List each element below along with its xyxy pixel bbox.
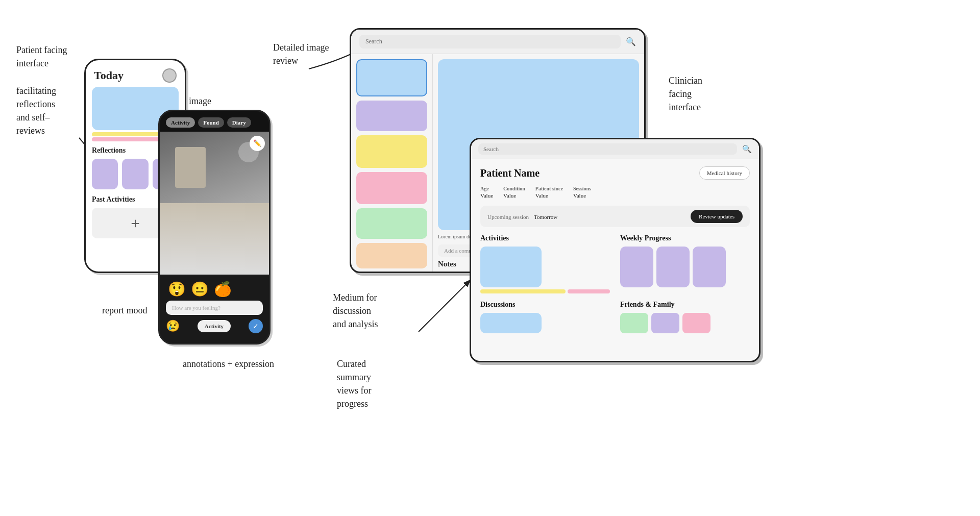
annotation-annotations-expression: annotations + expression [183,357,274,371]
tablet2-meta-condition: Condition Value [503,186,525,199]
tablet2-main-sections: Activities Weekly Progress [480,234,750,293]
phone1-title: Today [94,69,124,82]
tablet1-thumb-4[interactable] [356,172,427,205]
tablet2-bottom-sections: Discussions Friends & Family [480,301,750,333]
tablet2-discussion-card [480,313,542,333]
tablet2-sessions-value: Value [573,192,591,199]
tablet1-thumb-1[interactable] [356,59,427,96]
phone1-avatar [162,68,177,83]
tablet2-condition-value: Value [503,192,525,199]
tablet2-search-icon: 🔍 [742,144,752,154]
tablet2-sessions-label: Sessions [573,186,591,191]
phone2-emoji-row: 😲 😐 🍊 [160,275,269,301]
tablet2-discussions-section: Discussions [480,301,610,333]
phone2-edit-button[interactable]: ✏️ [250,136,265,151]
tablet2-age-value: Value [480,192,493,199]
tablet2-patient-row: Patient Name Medical history [480,166,750,180]
tablet2-review-updates-button[interactable]: Review updates [691,210,743,223]
tablet2-search-placeholder: Search [483,146,499,152]
tablet1-thumb-3[interactable] [356,135,427,168]
tablet2-bar-pink [568,289,610,293]
tablet2-weekly-progress-section: Weekly Progress [620,234,750,293]
tablet2-medical-history-button[interactable]: Medical history [699,166,750,180]
tablet2-bar-yellow [480,289,566,293]
tablet2-patient-name: Patient Name [480,167,540,179]
phone1-reflect-card-2 [122,159,148,189]
tablet2-activities-section: Activities [480,234,610,293]
tablet2-meta-patient-since: Patient since Value [535,186,563,199]
tablet1-search-bar: Search 🔍 [351,30,644,54]
annotation-facilitating: facilitatingreflectionsand self–reviews [16,84,56,137]
phone2-camera-screen: Activity Found Diary ✏️ 😲 😐 🍊 How are yo… [158,110,271,345]
tablet2-age-label: Age [480,186,493,191]
tablet2-patient-since-label: Patient since [535,186,563,191]
phone2-bottom-bar: 😢 Activity ✓ [160,315,269,335]
phone2-emoji-neutral: 😐 [191,281,209,298]
tablet1-thumb-5[interactable] [356,208,427,238]
tablet2-weekly-cards [620,247,750,287]
tablet2-activity-bars [480,289,610,293]
tablet1-thumb-2[interactable] [356,101,427,131]
tablet2-weekly-card-1 [620,247,653,287]
tablet2-session-info: Upcoming session Tomorrow [487,212,557,221]
tablet2-family-card-2 [651,313,679,333]
phone2-activity-tag[interactable]: Activity [198,320,231,332]
phone1-reflect-card-1 [92,159,118,189]
tablet2-search-bar: Search 🔍 [471,139,759,159]
tablet2-search-input[interactable]: Search [478,143,737,155]
tablet2-patient-since-value: Value [535,192,563,199]
phone2-feeling-input[interactable]: How are you feeling? [166,301,263,315]
tablet2-meta-age: Age Value [480,186,493,199]
tablet2-weekly-card-3 [693,247,726,287]
annotation-clinician-facing: Clinicianfacinginterface [669,74,702,114]
phone2-emoji-fruit: 🍊 [214,281,232,298]
phone2-tab-activity[interactable]: Activity [166,117,195,128]
tablet2-condition-label: Condition [503,186,525,191]
tablet1-sidebar [351,54,433,273]
tablet1-search-icon: 🔍 [626,37,636,46]
tablet2-body: Patient Name Medical history Age Value C… [471,159,759,340]
tablet2-activities-title: Activities [480,234,610,242]
annotation-medium-discussion: Medium fordiscussionand analysis [333,291,378,331]
phone2-tab-found[interactable]: Found [198,117,224,128]
tablet1-search-input[interactable]: Search [359,35,621,48]
tablet2-friends-family-title: Friends & Family [620,301,750,309]
phone2-check-button[interactable]: ✓ [249,319,263,333]
tablet2-meta-row: Age Value Condition Value Patient since … [480,186,750,199]
phone2-bottom-emoji: 😢 [166,320,180,333]
tablet2-discussions-title: Discussions [480,301,610,309]
tablet2-weekly-progress-title: Weekly Progress [620,234,750,242]
tablet1-thumb-6[interactable] [356,243,427,268]
phone2-tab-diary[interactable]: Diary [227,117,251,128]
tablet1-search-placeholder: Search [365,38,382,45]
tablet2-family-cards [620,313,750,333]
tablet2-family-card-3 [682,313,710,333]
phone2-tabs-bar: Activity Found Diary [160,111,269,132]
tablet2-upcoming-label: Upcoming session [487,214,529,220]
phone2-emoji-surprised: 😲 [168,281,186,298]
phone2-feeling-placeholder: How are you feeling? [172,305,220,311]
phone1-header: Today [86,60,185,87]
tablet2-meta-sessions: Sessions Value [573,186,591,199]
tablet2-family-card-1 [620,313,648,333]
tablet2-clinician-screen: Search 🔍 Patient Name Medical history Ag… [470,138,761,362]
annotation-curated-summary: Curatedsummaryviews forprogress [337,357,371,410]
annotation-patient-facing: Patient facinginterface [16,43,67,70]
annotation-detailed-image-review: Detailed imagereview [273,41,329,67]
phone2-kitchen-image: ✏️ [160,132,269,275]
tablet2-tomorrow-value: Tomorrow [534,214,557,220]
tablet2-activity-card [480,247,542,287]
tablet2-session-row: Upcoming session Tomorrow Review updates [480,206,750,227]
tablet2-friends-family-section: Friends & Family [620,301,750,333]
tablet2-weekly-card-2 [656,247,690,287]
annotation-report-mood: report mood [102,304,147,317]
